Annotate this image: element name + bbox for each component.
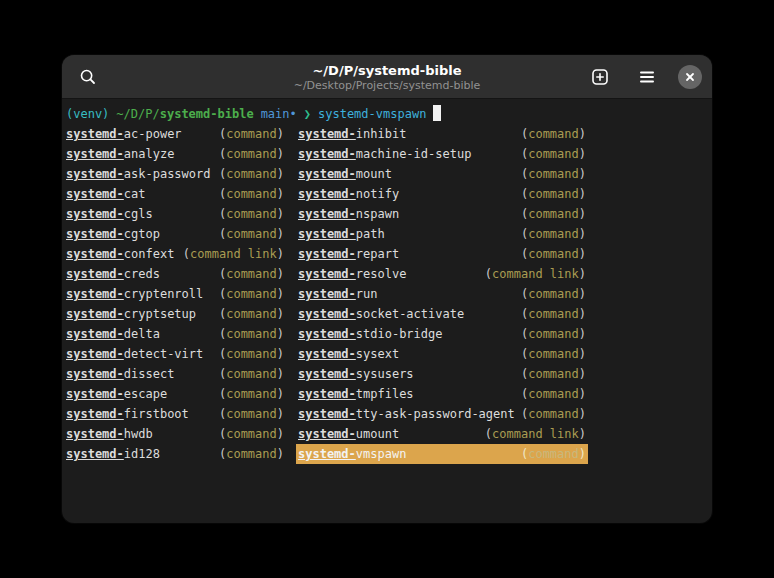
completion-name: systemd-stdio-bridge [298, 324, 443, 344]
completion-prefix: systemd- [298, 387, 356, 401]
completion-column: systemd-ac-power(command)systemd-analyze… [66, 124, 284, 464]
completion-name: systemd-detect-virt [66, 344, 203, 364]
completion-annotation: (command) [521, 304, 586, 324]
completion-item: systemd-confext(command link) [66, 244, 284, 264]
search-button[interactable] [72, 61, 104, 93]
completion-item: systemd-mount(command) [298, 164, 586, 184]
prompt-venv: (venv) [66, 107, 109, 121]
terminal-cursor [433, 105, 441, 121]
menu-button[interactable] [631, 61, 663, 93]
prompt-arrow: ❯ [304, 107, 311, 121]
completion-annotation: (command) [219, 344, 284, 364]
completion-annotation: (command) [521, 324, 586, 344]
completion-prefix: systemd- [66, 407, 124, 421]
completion-prefix: systemd- [66, 127, 124, 141]
completion-name: systemd-sysext [298, 344, 399, 364]
completion-name: systemd-nspawn [298, 204, 399, 224]
completion-name: systemd-id128 [66, 444, 160, 464]
completion-name: systemd-hwdb [66, 424, 153, 444]
completion-item: systemd-tmpfiles(command) [298, 384, 586, 404]
completion-item: systemd-inhibit(command) [298, 124, 586, 144]
completion-name: systemd-tty-ask-password-agent [298, 404, 515, 424]
completion-annotation: (command) [219, 204, 284, 224]
completion-prefix: systemd- [298, 267, 356, 281]
completion-annotation: (command) [521, 204, 586, 224]
completion-name: systemd-delta [66, 324, 160, 344]
completion-annotation: (command) [219, 404, 284, 424]
completion-item: systemd-delta(command) [66, 324, 284, 344]
completion-annotation: (command link) [485, 264, 586, 284]
completion-name: systemd-firstboot [66, 404, 189, 424]
new-tab-button[interactable] [584, 61, 616, 93]
completion-prefix: systemd- [298, 187, 356, 201]
completion-annotation: (command) [219, 324, 284, 344]
completion-name: systemd-run [298, 284, 377, 304]
completion-prefix: systemd- [298, 447, 356, 461]
completion-annotation: (command) [521, 404, 586, 424]
completion-item: systemd-cat(command) [66, 184, 284, 204]
completion-annotation: (command) [219, 284, 284, 304]
completion-annotation: (command) [521, 124, 586, 144]
titlebar[interactable]: ~/D/P/systemd-bible ~/Desktop/Projects/s… [62, 55, 712, 99]
completion-item: systemd-sysext(command) [298, 344, 586, 364]
completion-prefix: systemd- [298, 247, 356, 261]
completion-annotation: (command) [521, 284, 586, 304]
completion-prefix: systemd- [298, 127, 356, 141]
terminal-screen[interactable]: (venv)~/D/P/systemd-biblemain•❯systemd-v… [62, 99, 712, 464]
completion-annotation: (command link) [183, 244, 284, 264]
completion-prefix: systemd- [66, 307, 124, 321]
completion-item: systemd-tty-ask-password-agent(command) [298, 404, 586, 424]
prompt-git-branch: main• [261, 107, 297, 121]
window-title: ~/D/P/systemd-bible [294, 62, 481, 78]
completion-name: systemd-repart [298, 244, 399, 264]
completion-prefix: systemd- [298, 287, 356, 301]
completion-prefix: systemd- [66, 247, 124, 261]
completion-item: systemd-path(command) [298, 224, 586, 244]
completion-annotation: (command) [521, 344, 586, 364]
completion-prefix: systemd- [298, 327, 356, 341]
completion-prefix: systemd- [66, 227, 124, 241]
completion-item: systemd-cryptenroll(command) [66, 284, 284, 304]
completion-annotation: (command) [219, 384, 284, 404]
completion-annotation: (command) [219, 124, 284, 144]
completion-annotation: (command) [219, 184, 284, 204]
completion-item: systemd-nspawn(command) [298, 204, 586, 224]
completion-item: systemd-hwdb(command) [66, 424, 284, 444]
completion-name: systemd-cryptsetup [66, 304, 196, 324]
new-tab-icon [591, 68, 609, 86]
typed-command: systemd-vmspawn [318, 107, 426, 121]
completion-name: systemd-ask-password [66, 164, 211, 184]
completion-prefix: systemd- [298, 307, 356, 321]
completion-prefix: systemd- [298, 407, 356, 421]
completion-item: systemd-ask-password(command) [66, 164, 284, 184]
completion-annotation: (command) [521, 364, 586, 384]
completion-annotation: (command) [219, 444, 284, 464]
completion-name: systemd-creds [66, 264, 160, 284]
completion-grid: systemd-ac-power(command)systemd-analyze… [66, 124, 708, 464]
completion-annotation: (command) [521, 444, 586, 464]
completion-name: systemd-vmspawn [298, 444, 406, 464]
completion-item: systemd-notify(command) [298, 184, 586, 204]
completion-annotation: (command) [219, 304, 284, 324]
completion-item: systemd-creds(command) [66, 264, 284, 284]
completion-prefix: systemd- [66, 207, 124, 221]
completion-name: systemd-cat [66, 184, 145, 204]
completion-name: systemd-mount [298, 164, 392, 184]
hamburger-menu-icon [638, 68, 656, 86]
completion-annotation: (command) [521, 144, 586, 164]
completion-name: systemd-resolve [298, 264, 406, 284]
completion-annotation: (command) [521, 244, 586, 264]
completion-prefix: systemd- [66, 327, 124, 341]
completion-item: systemd-analyze(command) [66, 144, 284, 164]
prompt-line: (venv)~/D/P/systemd-biblemain•❯systemd-v… [66, 104, 708, 124]
completion-item: systemd-run(command) [298, 284, 586, 304]
completion-item: systemd-socket-activate(command) [298, 304, 586, 324]
completion-item: systemd-detect-virt(command) [66, 344, 284, 364]
completion-prefix: systemd- [66, 387, 124, 401]
completion-prefix: systemd- [66, 367, 124, 381]
completion-name: systemd-notify [298, 184, 399, 204]
completion-name: systemd-ac-power [66, 124, 182, 144]
close-button[interactable] [678, 65, 702, 89]
close-icon [682, 69, 698, 85]
completion-prefix: systemd- [298, 347, 356, 361]
